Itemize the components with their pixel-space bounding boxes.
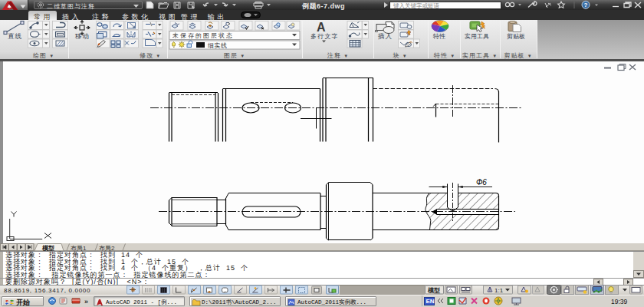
svg-text:Φ6: Φ6	[476, 178, 487, 187]
svg-text:多行文字: 多行文字	[310, 33, 339, 40]
svg-text:插入: 插入	[377, 32, 393, 40]
svg-text:细实线: 细实线	[208, 42, 228, 49]
svg-text:直线: 直线	[8, 32, 22, 40]
svg-text:特性: 特性	[432, 33, 445, 40]
svg-text:移动: 移动	[74, 32, 90, 40]
svg-text:模型: 模型	[427, 287, 440, 294]
svg-text:剪贴板: 剪贴板	[507, 33, 525, 40]
svg-text:?: ?	[584, 2, 588, 8]
svg-text:1:1: 1:1	[495, 287, 504, 294]
svg-text:未保存的图层状态: 未保存的图层状态	[172, 32, 234, 39]
svg-text:实用工具: 实用工具	[465, 33, 489, 40]
svg-text:A: A	[317, 21, 326, 34]
svg-text:»: »	[84, 298, 88, 305]
